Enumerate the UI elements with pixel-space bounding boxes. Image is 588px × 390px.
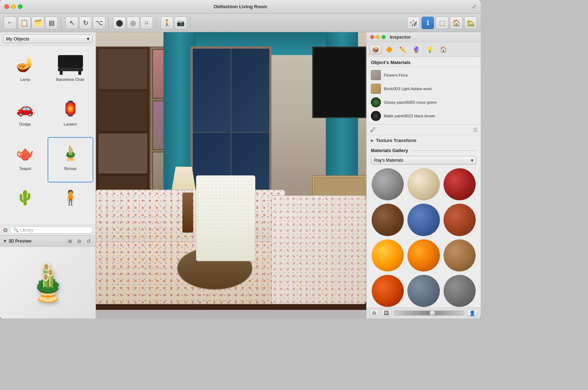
connect-tool-btn[interactable]: ⌥	[93, 16, 106, 29]
preview-title-label: ▼ 3D Preview	[3, 239, 31, 244]
objects-icon-btn[interactable]: 📋	[18, 16, 31, 29]
object-item-chair[interactable]: Barselona Chair	[48, 49, 93, 93]
material-sphere-10[interactable]	[371, 274, 405, 307]
material-item-moss[interactable]: Glossy paint/6005 moss green	[367, 96, 481, 109]
material-item-black[interactable]: Matte paint/8022 black brown	[367, 109, 481, 123]
object-label-teapot: Teapot	[19, 166, 31, 171]
minimize-button[interactable]	[11, 4, 16, 9]
sphere-inner-1	[372, 168, 404, 200]
tab-materials[interactable]: 🔶	[383, 44, 395, 54]
sphere-inner-4	[372, 204, 404, 236]
window-title: Oldfashion Living Room	[214, 4, 267, 9]
material-sphere-1[interactable]	[371, 167, 405, 201]
reset-view-btn[interactable]: ↺	[85, 237, 93, 245]
image-btn[interactable]: 🖼	[381, 309, 391, 317]
info-btn[interactable]: ℹ	[421, 16, 434, 29]
drag-handle[interactable]	[99, 312, 100, 317]
expand-arrow-icon: ▶	[371, 138, 374, 142]
tab-objects[interactable]: 📦	[369, 44, 382, 54]
object-item-dodge[interactable]: 🚗 Dodge	[3, 93, 48, 137]
resize-icon[interactable]: ⤢	[472, 3, 476, 10]
dot-view-btn1[interactable]: ⬤	[113, 16, 126, 29]
search-placeholder: Library	[20, 228, 33, 233]
tab-lights[interactable]: 💡	[424, 44, 436, 54]
tab-render[interactable]: 🔮	[410, 44, 422, 54]
material-item-brick[interactable]: Brick/003 Light Adobe-work	[367, 82, 481, 96]
zoom-in-btn[interactable]: ⊕	[66, 237, 74, 245]
camera-btn[interactable]: 📷	[174, 16, 187, 29]
texture-transform-row[interactable]: ▶ Texture Transform	[367, 136, 481, 146]
object-item-bonsai[interactable]: 🎍 Bonsai	[48, 138, 93, 182]
collapse-arrow[interactable]: ▼	[3, 239, 7, 244]
sphere-inner-12	[444, 275, 476, 307]
material-swatch-black	[371, 111, 381, 121]
back-button[interactable]: ←	[4, 16, 16, 29]
rotate-tool-btn[interactable]: ↻	[79, 16, 92, 29]
sidebar-search-bar: ⚙ 🔍 Library	[0, 225, 95, 235]
opacity-slider[interactable]	[393, 311, 465, 316]
home-btn[interactable]: 🏡	[464, 16, 477, 29]
preview-section: ▼ 3D Preview ⊕ ⊖ ↺ 🎍	[0, 235, 95, 318]
object-thumb-dodge: 🚗	[11, 96, 39, 121]
sphere-inner-6	[444, 204, 476, 236]
sphere-inner-3	[444, 168, 476, 200]
viewport[interactable]: 🪴	[96, 32, 366, 318]
gear-icon[interactable]: ⚙	[3, 227, 8, 234]
material-sphere-9[interactable]	[443, 239, 476, 272]
view-mode-btn[interactable]: ⬚	[436, 16, 449, 29]
material-sphere-12[interactable]	[443, 274, 476, 307]
eyedropper-icon[interactable]: 🖊	[369, 126, 377, 134]
dot-view-btn2[interactable]: ◎	[127, 16, 139, 29]
layout-btn[interactable]: 🏠	[450, 16, 463, 29]
inspector-maximize-btn[interactable]	[382, 35, 386, 39]
material-sphere-4[interactable]	[371, 203, 405, 237]
gallery-dropdown[interactable]: Ray's Materials ▾	[371, 156, 476, 165]
objects-materials-title: Object's Materials	[367, 57, 481, 67]
material-sphere-3[interactable]	[443, 167, 476, 201]
menu-icon[interactable]: ☰	[473, 127, 478, 133]
tab-edit[interactable]: ✏️	[397, 44, 409, 54]
scene-container: 🪴	[96, 32, 366, 318]
objects-btn[interactable]: 🎲	[407, 16, 420, 29]
sphere-inner-11	[407, 275, 440, 307]
inspector-tabs: 📦 🔶 ✏️ 🔮 💡 🏠	[367, 42, 481, 57]
walk-btn[interactable]: 🚶	[161, 16, 173, 29]
object-item-cactus[interactable]: 🌵	[3, 182, 48, 222]
svg-rect-0	[58, 55, 83, 68]
zoom-out-btn[interactable]: ⊖	[75, 237, 83, 245]
person-btn[interactable]: 👤	[467, 309, 478, 317]
maximize-button[interactable]	[18, 4, 23, 9]
objects-list-btn[interactable]: 🗂️	[31, 16, 44, 29]
material-name-black: Matte paint/8022 black brown	[384, 113, 435, 118]
object-label-chair: Barselona Chair	[56, 77, 84, 82]
object-thumb-cactus: 🌵	[11, 185, 39, 210]
inspector-minimize-btn[interactable]	[376, 35, 380, 39]
settings-gear-btn[interactable]: ⚙	[369, 309, 379, 317]
close-button[interactable]	[4, 4, 9, 9]
material-sphere-8[interactable]	[407, 239, 440, 272]
material-item-flowers[interactable]: Flowers Flora	[367, 68, 481, 82]
search-input[interactable]: 🔍 Library	[10, 226, 93, 234]
main-content: My Objects ▾ 🪔 Lamp	[0, 32, 481, 318]
side-table	[182, 192, 193, 233]
materials-gallery-title: Materials Gallery	[371, 148, 408, 153]
left-sidebar: My Objects ▾ 🪔 Lamp	[0, 32, 96, 318]
object-item-teapot[interactable]: 🫖 Teapot	[3, 138, 48, 182]
material-sphere-11[interactable]	[407, 274, 440, 307]
material-sphere-5[interactable]	[407, 203, 440, 237]
objects-dropdown-label: My Objects	[6, 36, 29, 42]
titlebar: Oldfashion Living Room ⤢	[0, 0, 481, 14]
materials-gallery-header: Materials Gallery	[367, 146, 481, 155]
object-item-lamp[interactable]: 🪔 Lamp	[3, 49, 48, 93]
object-item-person[interactable]: 🧍	[48, 182, 93, 222]
inspector-close-btn[interactable]	[370, 35, 374, 39]
objects-dropdown[interactable]: My Objects ▾	[3, 34, 93, 43]
material-sphere-6[interactable]	[443, 203, 476, 237]
object-item-lantern[interactable]: 🏮 Lantern	[48, 93, 93, 137]
dot-view-btn3[interactable]: ○	[140, 16, 153, 29]
material-sphere-2[interactable]	[407, 167, 440, 201]
material-sphere-7[interactable]	[371, 239, 405, 272]
tab-scenes[interactable]: 🏠	[437, 44, 450, 54]
select-tool-btn[interactable]: ↖	[65, 16, 78, 29]
objects-grid-btn[interactable]: ▤	[45, 16, 58, 29]
